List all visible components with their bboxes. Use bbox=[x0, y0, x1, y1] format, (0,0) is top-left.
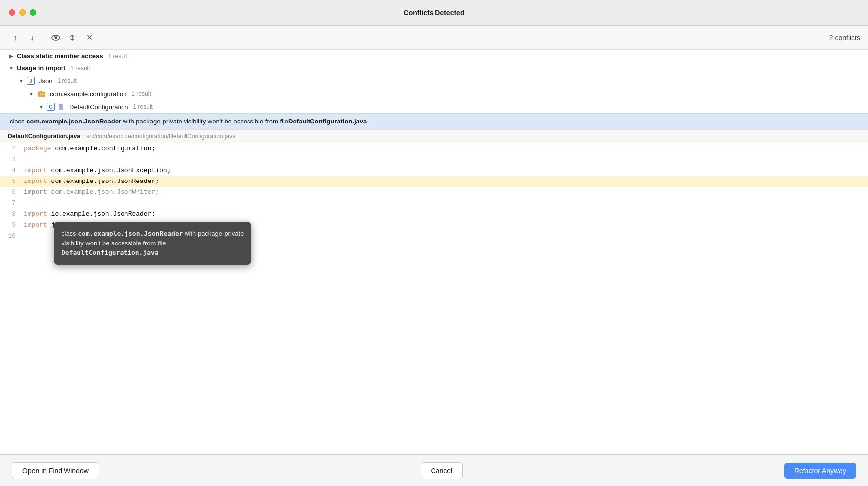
line-content-8: import io.example.json.JsonReader; bbox=[24, 209, 868, 220]
line-num-10: 10 bbox=[0, 231, 24, 242]
results-panel: ▶ Class static member access 1 result ▼ … bbox=[0, 50, 868, 130]
item-count-json: 1 result bbox=[57, 77, 76, 84]
toggle-class-static: ▶ bbox=[8, 53, 15, 60]
item-label-package: com.example.configuration bbox=[50, 90, 126, 98]
tree-item-default-config[interactable]: ▼ C DefaultConfiguration 1 result bbox=[0, 100, 868, 113]
toggle-package: ▼ bbox=[28, 90, 35, 97]
tooltip-classname: com.example.json.JsonReader bbox=[78, 230, 183, 237]
navigate-up-button[interactable]: ↑ bbox=[8, 30, 23, 45]
line-content-2: package com.example.configuration; bbox=[24, 143, 868, 154]
file-name-label: DefaultConfiguration.java bbox=[8, 133, 80, 140]
tooltip-line1: class com.example.json.JsonReader with p… bbox=[62, 230, 244, 237]
title-bar: Conflicts Detected bbox=[0, 0, 868, 26]
tree-item-usage-import[interactable]: ▼ Usage in import 1 result bbox=[0, 62, 868, 74]
conflict-tooltip: class com.example.json.JsonReader with p… bbox=[54, 222, 251, 265]
eye-icon bbox=[51, 33, 60, 42]
toggle-usage-import: ▼ bbox=[8, 65, 15, 72]
conflict-file-name: DefaultConfiguration.java bbox=[288, 118, 367, 125]
item-label-default-config: DefaultConfiguration bbox=[69, 103, 128, 111]
line-content-7 bbox=[24, 198, 868, 209]
item-label-usage-import: Usage in import bbox=[17, 64, 65, 72]
toggle-json: ▼ bbox=[18, 77, 25, 84]
code-line-4: 4 import com.example.json.JsonException; bbox=[0, 165, 868, 176]
conflicts-count: 2 conflicts bbox=[829, 34, 860, 42]
tree-item-class-static[interactable]: ▶ Class static member access 1 result bbox=[0, 50, 868, 62]
close-button[interactable] bbox=[9, 9, 15, 16]
code-editor: 2 package com.example.configuration; 3 4… bbox=[0, 143, 868, 454]
preview-button[interactable] bbox=[48, 30, 63, 45]
maximize-button[interactable] bbox=[30, 9, 36, 16]
conflict-message-row: class com.example.json.JsonReader with p… bbox=[0, 113, 868, 129]
file-icon bbox=[58, 103, 65, 111]
cancel-button[interactable]: Cancel bbox=[421, 462, 463, 479]
svg-rect-4 bbox=[39, 91, 42, 92]
item-count-usage-import: 1 result bbox=[70, 65, 90, 72]
line-num-9: 9 bbox=[0, 220, 24, 231]
conflict-class-name: com.example.json.JsonReader bbox=[26, 118, 121, 125]
toolbar-separator-1 bbox=[44, 32, 44, 43]
toolbar: ↑ ↓ ✕ 2 conflicts bbox=[0, 26, 868, 50]
line-num-8: 8 bbox=[0, 209, 24, 220]
item-label-json: Json bbox=[39, 77, 52, 85]
line-num-7: 7 bbox=[0, 198, 24, 209]
svg-rect-6 bbox=[42, 93, 44, 95]
json-file-icon: J bbox=[27, 77, 35, 85]
code-line-3: 3 bbox=[0, 154, 868, 165]
code-line-5: 5 import com.example.json.JsonReader; bbox=[0, 176, 868, 187]
line-content-5: import com.example.json.JsonReader; bbox=[24, 176, 868, 187]
line-content-3 bbox=[24, 154, 868, 165]
line-num-3: 3 bbox=[0, 154, 24, 165]
line-num-2: 2 bbox=[0, 143, 24, 154]
svg-rect-7 bbox=[59, 104, 63, 110]
toggle-default-config: ▼ bbox=[38, 103, 45, 110]
close-results-button[interactable]: ✕ bbox=[82, 30, 97, 45]
minimize-button[interactable] bbox=[19, 9, 26, 16]
tooltip-filename: DefaultConfiguration.java bbox=[62, 249, 159, 256]
file-path-label: src/com/example/configuration/DefaultCon… bbox=[86, 133, 236, 140]
code-line-8: 8 import io.example.json.JsonReader; bbox=[0, 209, 868, 220]
line-num-4: 4 bbox=[0, 165, 24, 176]
item-count-class-static: 1 result bbox=[108, 53, 127, 60]
tree-item-json[interactable]: ▼ J Json 1 result bbox=[0, 74, 868, 87]
line-content-6: import com.example.json.JsonWriter; bbox=[24, 187, 868, 198]
package-folder-icon bbox=[38, 90, 46, 98]
file-info-bar: DefaultConfiguration.java src/com/exampl… bbox=[0, 130, 868, 143]
refactor-anyway-button[interactable]: Refactor Anyway bbox=[784, 463, 856, 479]
item-label-class-static: Class static member access bbox=[17, 52, 103, 60]
code-line-6: 6 import com.example.json.JsonWriter; bbox=[0, 187, 868, 198]
bottom-bar: Open in Find Window Cancel Refactor Anyw… bbox=[0, 454, 868, 486]
item-count-default-config: 1 result bbox=[133, 103, 153, 110]
item-count-package: 1 result bbox=[131, 90, 151, 97]
code-line-2: 2 package com.example.configuration; bbox=[0, 143, 868, 154]
line-num-5: 5 bbox=[0, 176, 24, 187]
line-content-4: import com.example.json.JsonException; bbox=[24, 165, 868, 176]
navigate-down-button[interactable]: ↓ bbox=[25, 30, 40, 45]
expand-button[interactable] bbox=[65, 30, 80, 45]
tree-item-package[interactable]: ▼ com.example.configuration 1 result bbox=[0, 87, 868, 100]
traffic-lights bbox=[9, 9, 36, 16]
class-icon: C bbox=[47, 103, 55, 111]
code-line-7: 7 bbox=[0, 198, 868, 209]
expand-icon bbox=[68, 34, 76, 42]
line-num-6: 6 bbox=[0, 187, 24, 198]
tooltip-line2: visibility won't be accessible from file bbox=[62, 240, 166, 247]
open-find-window-button[interactable]: Open in Find Window bbox=[12, 462, 99, 479]
svg-rect-5 bbox=[40, 93, 41, 95]
window-title: Conflicts Detected bbox=[404, 9, 465, 17]
svg-point-1 bbox=[55, 36, 57, 39]
